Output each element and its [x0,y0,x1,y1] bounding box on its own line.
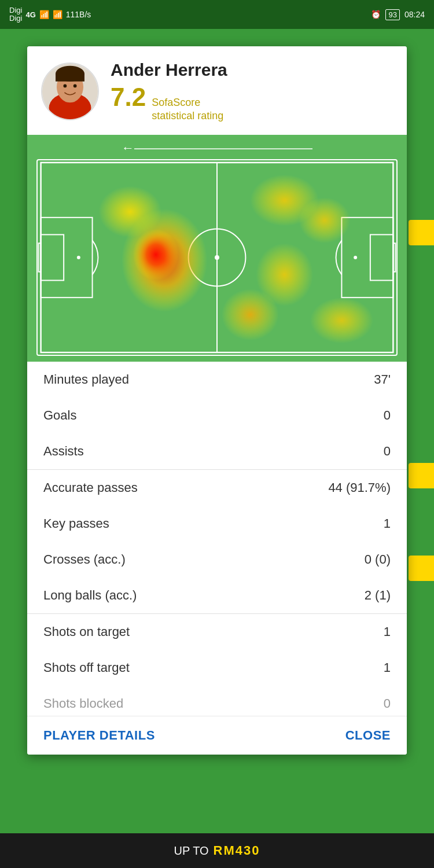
svg-point-24 [299,197,350,243]
side-button-3[interactable] [409,556,434,581]
stat-long-balls: Long balls (acc.) 2 (1) [27,578,407,613]
battery-indicator: 93 [385,9,399,20]
bottom-bar-prefix: UP TO [174,844,209,858]
stat-key-passes: Key passes 1 [27,506,407,542]
rating-label: SofaScore statistical rating [152,96,223,123]
svg-point-19 [354,256,357,259]
svg-rect-18 [393,243,395,271]
svg-rect-5 [56,74,84,82]
stat-accurate-passes: Accurate passes 44 (91.7%) [27,469,407,506]
bottom-bar-amount: RM430 [214,843,260,858]
player-name: Ander Herrera [111,60,393,79]
player-details-button[interactable]: PLAYER DETAILS [43,728,155,743]
heatmap-container [36,159,398,356]
network-type: 4G [25,10,35,19]
signal-bars-2: 📶 [53,10,62,19]
svg-point-22 [98,186,161,237]
player-info: Ander Herrera 7.2 SofaScore statistical … [111,60,393,123]
svg-rect-14 [39,243,41,271]
rating-number: 7.2 [111,83,146,112]
modal-footer: PLAYER DETAILS CLOSE [27,716,407,755]
clock-display: 08:24 [404,10,425,19]
svg-point-26 [222,289,279,340]
svg-rect-12 [41,218,93,297]
stat-assists: Assists 0 [27,433,407,469]
close-button[interactable]: CLOSE [345,728,391,743]
side-button-2[interactable] [409,463,434,488]
svg-rect-16 [341,218,393,297]
rating-row: 7.2 SofaScore statistical rating [111,83,393,123]
avatar [41,62,99,120]
football-pitch [36,159,398,356]
status-left: Digi Digi 4G 📶 📶 111B/s [9,6,91,23]
player-header: Ander Herrera 7.2 SofaScore statistical … [27,46,407,135]
alarm-icon: ⏰ [371,10,381,19]
stat-goals: Goals 0 [27,398,407,433]
carrier-label: Digi Digi [9,6,22,23]
svg-point-11 [215,255,219,260]
side-button-1[interactable] [409,220,434,245]
stat-crosses: Crosses (acc.) 0 (0) [27,542,407,578]
player-stats-modal: Ander Herrera 7.2 SofaScore statistical … [27,46,407,755]
direction-arrow: ←—————————————— [27,141,407,156]
svg-point-6 [63,84,67,88]
stat-shots-on-target: Shots on target 1 [27,613,407,650]
status-bar: Digi Digi 4G 📶 📶 111B/s ⏰ 93 08:24 [0,0,434,29]
stats-section: Minutes played 37' Goals 0 Assists 0 Acc… [27,362,407,716]
svg-point-27 [310,297,373,343]
svg-point-7 [73,84,77,88]
stat-shots-blocked-partial: Shots blocked 0 [27,686,407,716]
stat-shots-off-target: Shots off target 1 [27,650,407,686]
svg-point-15 [77,256,80,259]
svg-rect-17 [370,234,393,280]
svg-rect-13 [41,234,64,280]
stat-minutes-played: Minutes played 37' [27,362,407,398]
signal-bars-1: 📶 [39,10,49,19]
bottom-bar: UP TO RM430 [0,833,434,868]
heatmap-section: ←—————————————— [27,135,407,362]
status-right: ⏰ 93 08:24 [371,9,425,20]
data-speed: 111B/s [66,10,91,19]
svg-point-21 [133,229,179,280]
